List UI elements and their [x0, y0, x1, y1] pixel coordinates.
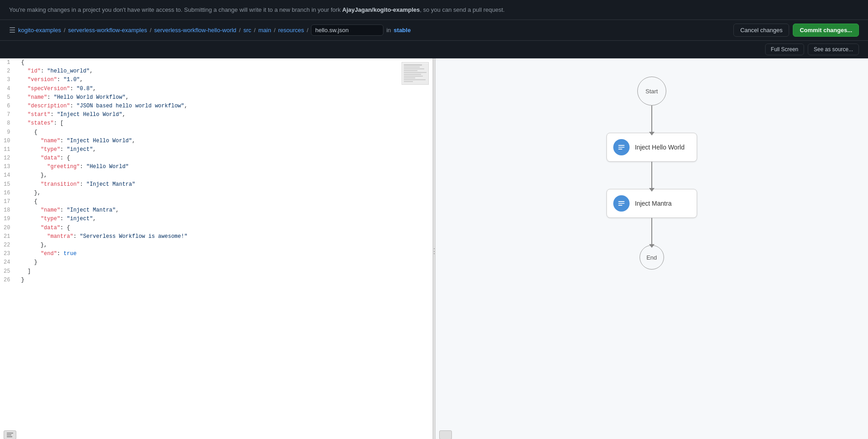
- line-code: }: [17, 258, 432, 267]
- line-number: 8: [0, 119, 17, 128]
- branch-label[interactable]: stable: [394, 27, 411, 34]
- line-code: "transition": "Inject Mantra": [17, 180, 432, 189]
- commit-changes-button[interactable]: Commit changes...: [793, 24, 859, 37]
- line-code: "greeting": "Hello World": [17, 163, 432, 171]
- table-row: 26}: [0, 276, 432, 285]
- table-row: 5 "name": "Hello World Workflow",: [0, 93, 432, 102]
- svg-rect-13: [7, 436, 12, 437]
- table-row: 13 "greeting": "Hello World": [0, 163, 432, 171]
- line-number: 6: [0, 102, 17, 111]
- breadcrumb-link-hello-world[interactable]: serverless-workflow-hello-world: [154, 27, 236, 34]
- line-number: 19: [0, 215, 17, 223]
- minimap: [402, 62, 429, 85]
- table-row: 3 "version": "1.0",: [0, 76, 432, 84]
- breadcrumb: ☰ kogito-examples / serverless-workflow-…: [9, 24, 411, 36]
- line-code: },: [17, 171, 432, 180]
- fork-warning-banner: You're making changes in a project you d…: [0, 0, 868, 20]
- table-row: 20 "data": {: [0, 224, 432, 232]
- svg-rect-10: [404, 81, 413, 82]
- line-number: 2: [0, 67, 17, 76]
- start-node-label: Start: [645, 88, 658, 95]
- table-row: 25 ]: [0, 267, 432, 276]
- code-table: 1{2 "id": "hello_world",3 "version": "1.…: [0, 58, 432, 285]
- line-number: 9: [0, 128, 17, 137]
- breadcrumb-link-resources[interactable]: resources: [278, 27, 304, 34]
- breadcrumb-actions: Cancel changes Commit changes...: [733, 24, 859, 37]
- svg-rect-12: [7, 434, 11, 435]
- line-number: 21: [0, 232, 17, 241]
- svg-rect-5: [404, 72, 427, 73]
- breadcrumb-link-serverless[interactable]: serverless-workflow-examples: [68, 27, 147, 34]
- line-number: 15: [0, 180, 17, 189]
- svg-rect-8: [404, 77, 415, 78]
- line-code: "type": "inject",: [17, 145, 432, 154]
- line-code: {: [17, 128, 432, 137]
- arrow-inject2-to-end: [651, 218, 652, 245]
- table-row: 24 }: [0, 258, 432, 267]
- diagram-panel-bottom-toolbar: [439, 430, 452, 439]
- line-number: 25: [0, 267, 17, 276]
- line-number: 7: [0, 111, 17, 119]
- line-code: "states": [: [17, 119, 432, 128]
- breadcrumb-link-src[interactable]: src: [243, 27, 251, 34]
- breadcrumb-link-repo[interactable]: kogito-examples: [18, 27, 61, 34]
- line-code: "data": {: [17, 154, 432, 163]
- inject-mantra-node[interactable]: Inject Mantra: [606, 189, 697, 218]
- line-number: 17: [0, 198, 17, 206]
- line-number: 14: [0, 171, 17, 180]
- line-code: "name": "Inject Mantra",: [17, 206, 432, 215]
- line-number: 13: [0, 163, 17, 171]
- table-row: 1{: [0, 58, 432, 67]
- table-row: 14 },: [0, 171, 432, 180]
- line-code: "type": "inject",: [17, 215, 432, 223]
- line-code: "name": "Hello World Workflow",: [17, 93, 432, 102]
- breadcrumb-link-main[interactable]: main: [258, 27, 271, 34]
- line-number: 11: [0, 145, 17, 154]
- table-row: 9 {: [0, 128, 432, 137]
- code-panel[interactable]: 1{2 "id": "hello_world",3 "version": "1.…: [0, 58, 433, 439]
- table-row: 2 "id": "hello_world",: [0, 67, 432, 76]
- editor-toolbar: Full Screen See as source...: [0, 41, 868, 58]
- line-number: 5: [0, 93, 17, 102]
- line-code: "mantra": "Serverless Workflow is awesom…: [17, 232, 432, 241]
- line-code: },: [17, 241, 432, 250]
- diagram-panel: Start Inject Hello World: [436, 58, 868, 439]
- line-number: 20: [0, 224, 17, 232]
- svg-rect-4: [404, 70, 417, 71]
- svg-rect-7: [404, 76, 423, 77]
- table-row: 19 "type": "inject",: [0, 215, 432, 223]
- start-node: Start: [637, 77, 666, 106]
- line-code: "name": "Inject Hello World",: [17, 137, 432, 145]
- table-row: 22 },: [0, 241, 432, 250]
- sidebar-toggle-icon[interactable]: ☰: [9, 26, 15, 34]
- table-row: 7 "start": "Inject Hello World",: [0, 111, 432, 119]
- line-code: }: [17, 276, 432, 285]
- line-code: "id": "hello_world",: [17, 67, 432, 76]
- end-node-label: End: [646, 254, 657, 261]
- cancel-changes-button[interactable]: Cancel changes: [733, 24, 789, 37]
- in-label: in: [386, 27, 391, 34]
- inject-hello-world-node[interactable]: Inject Hello World: [606, 133, 697, 162]
- end-node: End: [640, 245, 664, 270]
- table-row: 21 "mantra": "Serverless Workflow is awe…: [0, 232, 432, 241]
- line-code: {: [17, 198, 432, 206]
- table-row: 11 "type": "inject",: [0, 145, 432, 154]
- line-code: "end": true: [17, 250, 432, 258]
- svg-rect-9: [404, 79, 426, 80]
- fullscreen-button[interactable]: Full Screen: [765, 43, 805, 55]
- line-number: 18: [0, 206, 17, 215]
- table-row: 12 "data": {: [0, 154, 432, 163]
- filename-input[interactable]: [311, 24, 383, 36]
- inject-icon-1: [613, 139, 630, 155]
- svg-rect-3: [404, 68, 424, 69]
- line-code: "version": "1.0",: [17, 76, 432, 84]
- line-code: "description": "JSON based hello world w…: [17, 102, 432, 111]
- arrow-start-to-inject1: [651, 106, 652, 133]
- table-row: 4 "specVersion": "0.8",: [0, 85, 432, 93]
- workflow-diagram: Start Inject Hello World: [606, 68, 697, 279]
- svg-rect-2: [404, 67, 420, 68]
- line-number: 10: [0, 137, 17, 145]
- code-panel-bottom-toolbar: [4, 430, 16, 439]
- table-row: 17 {: [0, 198, 432, 206]
- see-as-source-button[interactable]: See as source...: [808, 43, 859, 55]
